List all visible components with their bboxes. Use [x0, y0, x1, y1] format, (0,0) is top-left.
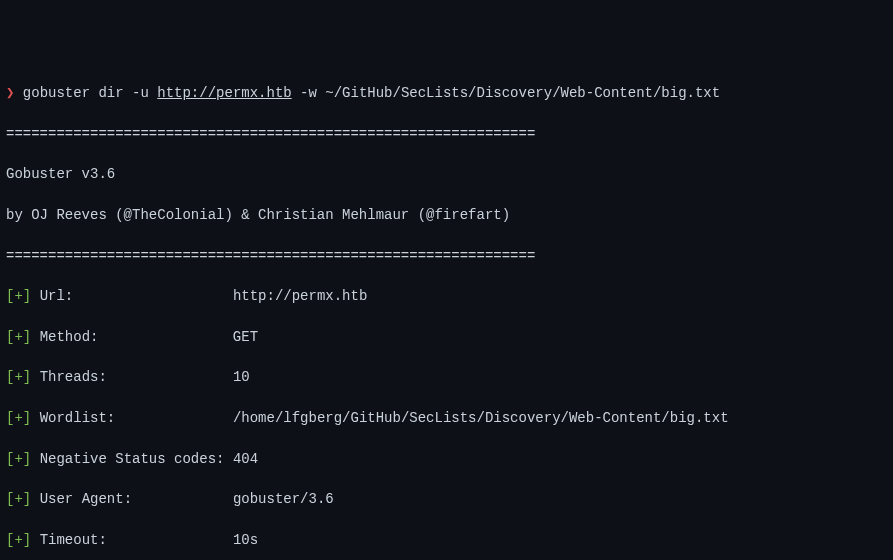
- version-line: Gobuster v3.6: [6, 164, 887, 184]
- separator: ========================================…: [6, 124, 887, 144]
- config-row: [+] Negative Status codes: 404: [6, 449, 887, 469]
- authors-line: by OJ Reeves (@TheColonial) & Christian …: [6, 205, 887, 225]
- config-row: [+] Threads: 10: [6, 367, 887, 387]
- command-line[interactable]: ❯ gobuster dir -u http://permx.htb -w ~/…: [6, 83, 887, 103]
- config-row: [+] User Agent: gobuster/3.6: [6, 489, 887, 509]
- config-row: [+] Method: GET: [6, 327, 887, 347]
- config-row: [+] Wordlist: /home/lfgberg/GitHub/SecLi…: [6, 408, 887, 428]
- command-text: gobuster dir -u http://permx.htb -w ~/Gi…: [23, 85, 720, 101]
- separator: ========================================…: [6, 246, 887, 266]
- config-row: [+] Timeout: 10s: [6, 530, 887, 550]
- config-row: [+] Url: http://permx.htb: [6, 286, 887, 306]
- prompt-symbol: ❯: [6, 85, 14, 101]
